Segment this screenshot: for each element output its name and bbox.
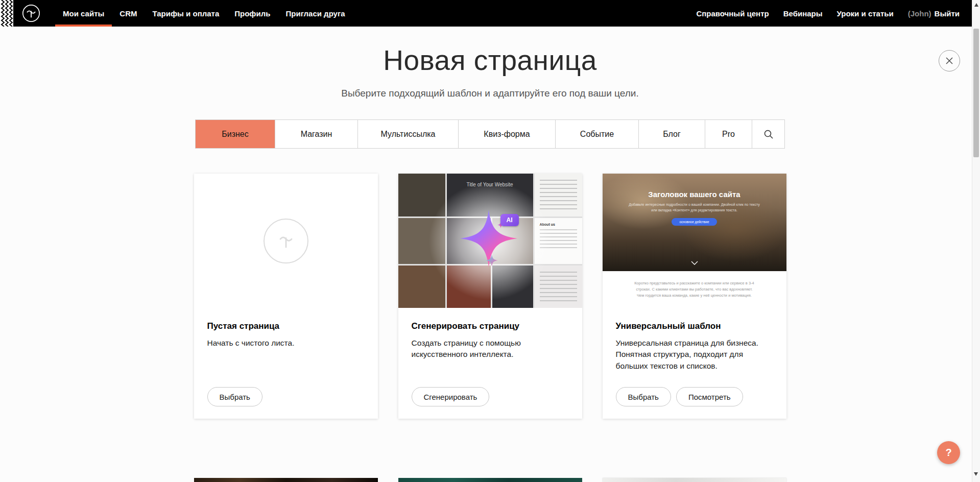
preview-universal-button[interactable]: Посмотреть xyxy=(676,387,743,406)
page-title: Новая страница xyxy=(0,44,980,77)
template-hero-subtitle: Добавьте интересные подробности о вашей … xyxy=(626,202,762,213)
nav-item-crm[interactable]: CRM xyxy=(112,0,145,27)
chevron-down-icon xyxy=(691,258,698,267)
close-icon xyxy=(945,57,953,65)
template-hero-button: основное действие xyxy=(672,218,716,226)
template-category-tabs: Бизнес Магазин Мультиссылка Квиз-форма С… xyxy=(195,119,785,149)
ai-generate-preview[interactable]: Title of Your Website About us xyxy=(398,174,582,308)
card-actions: Выбрать Посмотреть xyxy=(616,387,773,406)
next-template-preview[interactable] xyxy=(603,478,786,482)
nav-item-tariffs[interactable]: Тарифы и оплата xyxy=(145,0,227,27)
close-button[interactable] xyxy=(939,50,960,71)
next-template-preview[interactable] xyxy=(194,478,378,482)
scrollbar-up-arrow-icon[interactable] xyxy=(974,3,978,7)
card-actions: Сгенерировать xyxy=(412,387,569,406)
tab-pro[interactable]: Pro xyxy=(705,120,752,148)
template-cards-row: Пустая страница Начать с чистого листа. … xyxy=(194,174,786,419)
card-title: Пустая страница xyxy=(207,321,365,331)
template-card-ai-generate: Title of Your Website About us xyxy=(398,174,582,419)
nav-link-lessons[interactable]: Уроки и статьи xyxy=(830,9,901,18)
card-description: Начать с чистого листа. xyxy=(207,338,365,349)
tab-event[interactable]: Событие xyxy=(555,120,638,148)
tilda-watermark-icon xyxy=(264,219,308,263)
scrollbar[interactable] xyxy=(972,0,980,482)
template-hero-title: Заголовок вашего сайта xyxy=(603,174,786,199)
nav-item-profile[interactable]: Профиль xyxy=(227,0,278,27)
nav-link-webinars[interactable]: Вебинары xyxy=(776,9,830,18)
page-subtitle: Выберите подходящий шаблон и адаптируйте… xyxy=(0,88,980,99)
scrollbar-thumb[interactable] xyxy=(973,29,979,157)
ai-badge: AI xyxy=(500,214,519,226)
choose-universal-button[interactable]: Выбрать xyxy=(616,387,671,406)
choose-blank-button[interactable]: Выбрать xyxy=(207,387,262,406)
tab-quiz-form[interactable]: Квиз-форма xyxy=(458,120,555,148)
user-name: (John) xyxy=(908,9,931,18)
tab-blog[interactable]: Блог xyxy=(638,120,705,148)
nav-link-help-center[interactable]: Справочный центр xyxy=(689,9,776,18)
search-icon xyxy=(763,129,774,139)
tab-store[interactable]: Магазин xyxy=(275,120,357,148)
app-window: Мои сайты CRM Тарифы и оплата Профиль Пр… xyxy=(0,0,980,482)
card-body: Универсальный шаблон Универсальная стран… xyxy=(603,308,786,419)
card-title: Сгенерировать страницу xyxy=(412,321,569,331)
scrollbar-down-arrow-icon[interactable] xyxy=(974,472,978,476)
generate-button[interactable]: Сгенерировать xyxy=(412,387,490,406)
tilda-logo[interactable] xyxy=(21,4,41,23)
next-templates-row xyxy=(194,478,786,482)
card-actions: Выбрать xyxy=(207,387,365,406)
top-navbar: Мои сайты CRM Тарифы и оплата Профиль Пр… xyxy=(0,0,972,27)
ai-sparkle-small-icon xyxy=(486,254,498,267)
template-card-universal: Заголовок вашего сайта Добавьте интересн… xyxy=(603,174,786,419)
tab-business[interactable]: Бизнес xyxy=(196,120,275,148)
nav-item-my-sites[interactable]: Мои сайты xyxy=(55,0,112,27)
logout-link[interactable]: Выйти xyxy=(935,9,960,18)
card-body: Сгенерировать страницу Создать страницу … xyxy=(398,308,582,419)
card-description: Универсальная страница для бизнеса. Поня… xyxy=(616,338,773,372)
card-body: Пустая страница Начать с чистого листа. … xyxy=(194,308,378,419)
template-card-blank: Пустая страница Начать с чистого листа. … xyxy=(194,174,378,419)
nav-item-invite-friend[interactable]: Пригласи друга xyxy=(278,0,352,27)
secondary-menu: Справочный центр Вебинары Уроки и статьи… xyxy=(689,0,972,27)
main-menu: Мои сайты CRM Тарифы и оплата Профиль Пр… xyxy=(55,0,353,27)
next-template-preview[interactable] xyxy=(398,478,582,482)
tilda-zigzag-pattern xyxy=(0,0,13,27)
tab-multilink[interactable]: Мультиссылка xyxy=(357,120,458,148)
help-button[interactable]: ? xyxy=(937,441,960,464)
tab-search[interactable] xyxy=(752,120,784,148)
card-title: Универсальный шаблон xyxy=(616,321,773,331)
blank-page-preview[interactable] xyxy=(194,174,378,308)
template-body-text: Коротко представьтесь и расскажите о ком… xyxy=(603,271,786,308)
card-description: Создать страницу с помощью искусственног… xyxy=(412,338,569,360)
universal-template-preview[interactable]: Заголовок вашего сайта Добавьте интересн… xyxy=(603,174,786,308)
user-menu[interactable]: (John) Выйти xyxy=(901,9,967,18)
template-hero-image: Заголовок вашего сайта Добавьте интересн… xyxy=(603,174,786,271)
